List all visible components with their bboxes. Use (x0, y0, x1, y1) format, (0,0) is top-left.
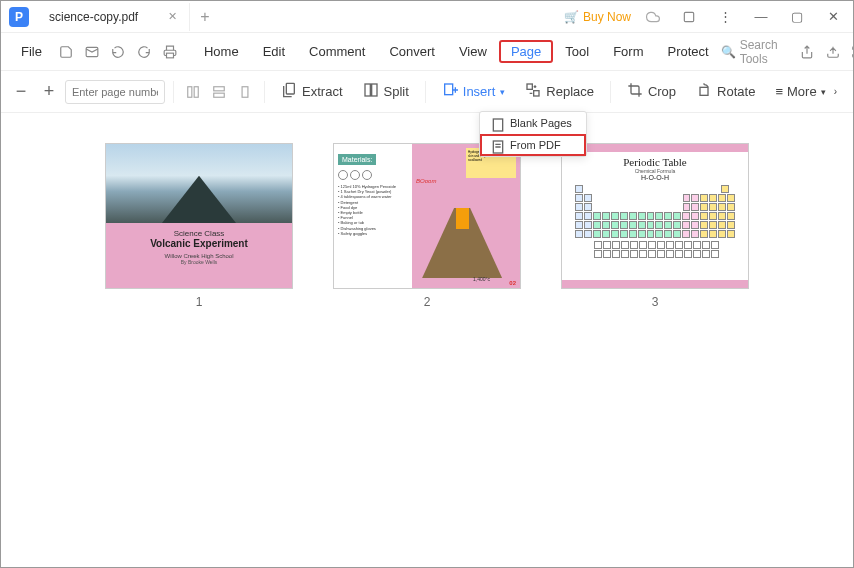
menu-edit[interactable]: Edit (251, 40, 297, 63)
more-button[interactable]: ≡ More ▾ › (767, 80, 845, 103)
replace-icon (525, 82, 541, 101)
menu-home[interactable]: Home (192, 40, 251, 63)
svg-rect-7 (242, 86, 248, 97)
svg-rect-12 (527, 84, 532, 89)
upload-cloud-icon[interactable] (823, 40, 842, 64)
search-tools[interactable]: 🔍 Search Tools (721, 38, 792, 66)
svg-rect-5 (214, 86, 225, 90)
insert-button[interactable]: Insert ▾ (434, 78, 514, 105)
blank-page-icon (490, 117, 502, 129)
more-icon: ≡ (775, 84, 783, 99)
layout-icon-3[interactable] (234, 80, 256, 104)
page-number-3: 3 (652, 295, 659, 309)
maximize-icon[interactable]: ▢ (783, 5, 811, 29)
expand-icon[interactable] (848, 40, 854, 64)
crop-icon (627, 82, 643, 101)
kebab-menu-icon[interactable]: ⋮ (711, 5, 739, 29)
mail-icon[interactable] (80, 40, 104, 64)
svg-rect-15 (493, 119, 502, 131)
from-pdf-icon (490, 139, 502, 151)
close-tab-icon[interactable]: ✕ (168, 10, 177, 23)
thumbnail-area: Science Class Volcanic Experiment Willow… (1, 113, 853, 567)
cloud-icon[interactable] (639, 5, 667, 29)
extract-button[interactable]: Extract (273, 78, 350, 105)
search-icon: 🔍 (721, 45, 736, 59)
extract-icon (281, 82, 297, 101)
page-number-1: 1 (196, 295, 203, 309)
menu-comment[interactable]: Comment (297, 40, 377, 63)
menu-convert[interactable]: Convert (377, 40, 447, 63)
page-number-2: 2 (424, 295, 431, 309)
svg-rect-9 (365, 84, 370, 96)
titlebar: P science-copy.pdf ✕ + 🛒 Buy Now ⋮ — ▢ ✕ (1, 1, 853, 33)
minimize-icon[interactable]: — (747, 5, 775, 29)
svg-rect-13 (534, 91, 539, 96)
tab-title: science-copy.pdf (49, 10, 138, 24)
periodic-table-graphic (575, 185, 735, 258)
svg-rect-11 (444, 84, 452, 95)
menu-form[interactable]: Form (601, 40, 655, 63)
menu-tool[interactable]: Tool (553, 40, 601, 63)
svg-rect-0 (684, 12, 693, 21)
document-tab[interactable]: science-copy.pdf ✕ (37, 3, 190, 31)
chevron-down-icon: ▾ (821, 87, 826, 97)
page-number-input[interactable] (65, 80, 165, 104)
layout-icon-1[interactable] (182, 80, 204, 104)
svg-rect-8 (286, 83, 294, 94)
svg-rect-6 (214, 93, 225, 97)
svg-rect-2 (166, 53, 173, 58)
menubar: File Home Edit Comment Convert View Page… (1, 33, 853, 71)
menu-page[interactable]: Page (499, 40, 553, 63)
menu-file[interactable]: File (9, 40, 54, 63)
menu-view[interactable]: View (447, 40, 499, 63)
crop-button[interactable]: Crop (619, 78, 684, 105)
dropdown-from-pdf[interactable]: From PDF (480, 134, 586, 156)
dropdown-blank-pages[interactable]: Blank Pages (480, 112, 586, 134)
zoom-out-button[interactable]: − (9, 79, 33, 105)
menu-protect[interactable]: Protect (655, 40, 720, 63)
app-square-icon[interactable] (675, 5, 703, 29)
split-button[interactable]: Split (355, 78, 417, 105)
app-icon: P (9, 7, 29, 27)
new-tab-button[interactable]: + (190, 8, 219, 26)
svg-rect-14 (700, 87, 708, 95)
cart-icon: 🛒 (564, 10, 579, 24)
rotate-icon (696, 82, 712, 101)
page-thumb-2[interactable]: Materials: • 125ml 10% Hydrogen Peroxide… (333, 143, 521, 309)
insert-icon (442, 82, 458, 101)
buy-now-button[interactable]: 🛒 Buy Now (564, 10, 631, 24)
svg-rect-3 (188, 86, 192, 97)
split-icon (363, 82, 379, 101)
undo-icon[interactable] (106, 40, 130, 64)
page-toolbar: − + Extract Split Insert ▾ Replace Crop … (1, 71, 853, 113)
svg-rect-10 (371, 84, 376, 96)
zoom-in-button[interactable]: + (37, 79, 61, 105)
insert-dropdown: Blank Pages From PDF (479, 111, 587, 157)
replace-button[interactable]: Replace (517, 78, 602, 105)
chevron-right-icon: › (834, 86, 837, 97)
svg-rect-4 (194, 86, 198, 97)
layout-icon-2[interactable] (208, 80, 230, 104)
redo-icon[interactable] (132, 40, 156, 64)
close-window-icon[interactable]: ✕ (819, 5, 847, 29)
rotate-button[interactable]: Rotate (688, 78, 763, 105)
page-thumb-3[interactable]: Periodic Table Chemical Formula H-O-O-H … (561, 143, 749, 309)
page-thumb-1[interactable]: Science Class Volcanic Experiment Willow… (105, 143, 293, 309)
print-icon[interactable] (158, 40, 182, 64)
save-icon[interactable] (54, 40, 78, 64)
chevron-down-icon: ▾ (500, 87, 505, 97)
share-icon[interactable] (798, 40, 817, 64)
